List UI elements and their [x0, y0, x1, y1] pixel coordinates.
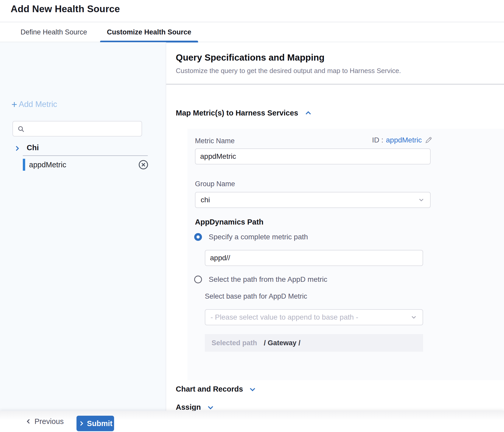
metric-search [12, 121, 142, 136]
chevron-down-icon [207, 404, 214, 411]
dialog-header: Add New Health Source [0, 0, 504, 22]
radio-complete-metric-path-label: Specify a complete metric path [209, 233, 308, 241]
search-icon [17, 125, 25, 133]
submit-button-label: Submit [87, 419, 112, 428]
tab-define-health-source[interactable]: Define Health Source [16, 22, 92, 42]
metrics-sidebar: + Add Metric Chi appdMetric [0, 42, 166, 411]
submit-button[interactable]: Submit [76, 416, 114, 431]
content-divider [166, 84, 504, 84]
selected-metric-indicator [23, 159, 25, 171]
group-divider [23, 155, 148, 156]
complete-metric-path-input[interactable] [205, 250, 423, 266]
collapse-section-control[interactable] [304, 109, 312, 117]
group-name-value: chi [201, 196, 210, 204]
search-input[interactable] [30, 123, 138, 135]
section-title: Query Specifications and Mapping [176, 52, 325, 63]
chevron-up-icon [304, 109, 312, 117]
map-metrics-section-header: Map Metric(s) to Harness Services [176, 109, 312, 117]
metric-name-input[interactable] [195, 148, 431, 164]
metric-list-item-appdmetric[interactable]: appdMetric [0, 159, 166, 171]
chart-and-records-label: Chart and Records [176, 385, 243, 393]
metric-mapping-card: Metric Name ID : appdMetric Group Name c… [187, 129, 504, 380]
radio-selected-icon [194, 233, 202, 241]
tab-customize-health-source[interactable]: Customize Health Source [100, 22, 198, 42]
previous-button[interactable]: Previous [25, 415, 64, 428]
chevron-down-icon [410, 314, 417, 321]
base-path-placeholder: - Please select value to append to base … [211, 313, 358, 321]
metric-item-label: appdMetric [29, 161, 66, 169]
chevron-left-icon [25, 418, 32, 425]
edit-pencil-icon[interactable] [424, 136, 433, 144]
plus-icon: + [11, 100, 17, 108]
radio-complete-metric-path[interactable]: Specify a complete metric path [194, 233, 308, 241]
selected-path-label: Selected path [212, 339, 257, 347]
delete-metric-icon[interactable] [138, 159, 149, 170]
chevron-down-icon [418, 196, 425, 204]
page-title: Add New Health Source [11, 4, 120, 15]
group-name-select[interactable]: chi [195, 192, 431, 208]
assign-section[interactable]: Assign [176, 403, 214, 412]
assign-label: Assign [176, 403, 201, 412]
section-subtitle: Customize the query to get the desired o… [176, 67, 401, 75]
metric-id-row: ID : appdMetric [195, 136, 433, 144]
base-path-select[interactable]: - Please select value to append to base … [205, 309, 423, 325]
chevron-right-icon [78, 420, 85, 427]
metric-group-chi[interactable]: Chi [0, 143, 166, 154]
selected-path-row: Selected path / Gateway / [205, 334, 423, 352]
add-metric-label: Add Metric [19, 100, 57, 109]
base-path-label: Select base path for AppD Metric [205, 292, 307, 300]
group-label: Chi [27, 143, 39, 152]
selected-path-value: / Gateway / [264, 339, 300, 347]
radio-select-path-appd-label: Select the path from the AppD metric [209, 275, 327, 284]
radio-select-path-appd[interactable]: Select the path from the AppD metric [194, 275, 327, 284]
chevron-right-icon [13, 145, 21, 152]
chevron-down-icon [249, 385, 256, 393]
wizard-footer: Previous Submit [0, 411, 504, 432]
add-metric-button[interactable]: + Add Metric [11, 100, 57, 109]
tab-bar: Define Health Source Customize Health So… [0, 22, 504, 42]
chart-and-records-section[interactable]: Chart and Records [176, 385, 256, 393]
radio-unselected-icon [194, 276, 202, 283]
metric-id-value[interactable]: appdMetric [386, 136, 422, 144]
appdynamics-path-heading: AppDynamics Path [195, 218, 263, 226]
id-prefix-label: ID : [372, 136, 383, 144]
previous-button-label: Previous [34, 417, 64, 426]
group-name-label: Group Name [195, 180, 235, 188]
map-metrics-title: Map Metric(s) to Harness Services [176, 109, 298, 117]
